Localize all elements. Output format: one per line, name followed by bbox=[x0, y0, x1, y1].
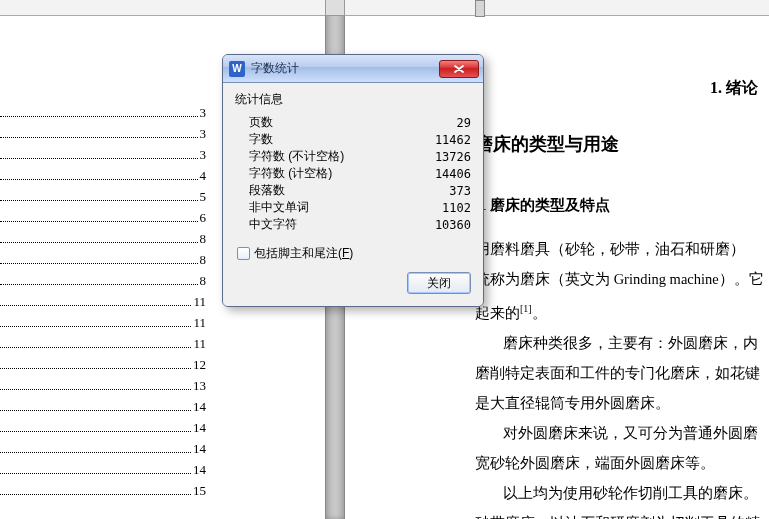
toc-dots bbox=[0, 137, 198, 138]
toc-page-number: 8 bbox=[198, 273, 209, 289]
toc-dots bbox=[0, 326, 191, 327]
checkbox-label: 包括脚主和尾注(F) bbox=[254, 245, 353, 262]
toc-page-number: 8 bbox=[198, 252, 209, 268]
document-content: 磨床的类型与用途 1 磨床的类型及特点 用磨料磨具（砂轮，砂带，油石和研磨） 统… bbox=[475, 62, 769, 519]
paragraph: 统称为磨床（英文为 Grinding machine）。它 bbox=[475, 267, 769, 291]
toc-dots bbox=[0, 410, 191, 411]
toc-line: 5 bbox=[0, 184, 208, 205]
toc-line: 11 bbox=[0, 310, 208, 331]
stat-label: 字符数 (计空格) bbox=[249, 165, 411, 182]
toc-line: 6 bbox=[0, 205, 208, 226]
stat-value: 373 bbox=[411, 184, 471, 198]
toc-line: 15 bbox=[0, 478, 208, 499]
stat-label: 字符数 (不计空格) bbox=[249, 148, 411, 165]
paragraph: 对外圆磨床来说，又可分为普通外圆磨 bbox=[475, 421, 769, 445]
toc-line: 14 bbox=[0, 436, 208, 457]
stat-value: 13726 bbox=[411, 150, 471, 164]
toc-page-number: 11 bbox=[191, 315, 208, 331]
toc-line: 13 bbox=[0, 373, 208, 394]
stat-value: 10360 bbox=[411, 218, 471, 232]
toc-dots bbox=[0, 158, 198, 159]
toc-page-number: 14 bbox=[191, 441, 208, 457]
ruler-left bbox=[0, 0, 325, 16]
dialog-buttons: 关闭 bbox=[235, 272, 471, 294]
app-icon: W bbox=[229, 61, 245, 77]
checkbox[interactable] bbox=[237, 247, 250, 260]
stat-row: 段落数373 bbox=[249, 182, 471, 199]
toc-dots bbox=[0, 263, 198, 264]
toc-page-number: 12 bbox=[191, 357, 208, 373]
stat-value: 11462 bbox=[411, 133, 471, 147]
stats-list: 页数29字数11462字符数 (不计空格)13726字符数 (计空格)14406… bbox=[235, 112, 471, 241]
toc-dots bbox=[0, 431, 191, 432]
toc-dots bbox=[0, 347, 191, 348]
include-footnotes-row[interactable]: 包括脚主和尾注(F) bbox=[237, 245, 471, 262]
toc-line: 14 bbox=[0, 415, 208, 436]
toc-line: 12 bbox=[0, 352, 208, 373]
toc-page-number: 4 bbox=[198, 168, 209, 184]
toc-page-number: 8 bbox=[198, 231, 209, 247]
toc-page-number: 5 bbox=[198, 189, 209, 205]
toc-line: 3 bbox=[0, 100, 208, 121]
stat-row: 字数11462 bbox=[249, 131, 471, 148]
toc-page-number: 3 bbox=[198, 126, 209, 142]
toc-dots bbox=[0, 116, 198, 117]
toc-list: 33345688811111112131414141415 bbox=[0, 100, 208, 499]
paragraph: 宽砂轮外圆磨床，端面外圆磨床等。 bbox=[475, 451, 769, 475]
text: 包括脚主和尾注( bbox=[254, 246, 342, 260]
toc-page-number: 14 bbox=[191, 420, 208, 436]
toc-dots bbox=[0, 305, 191, 306]
stat-value: 14406 bbox=[411, 167, 471, 181]
dialog-titlebar[interactable]: W 字数统计 bbox=[223, 55, 483, 83]
toc-line: 11 bbox=[0, 331, 208, 352]
text: 起来的 bbox=[475, 305, 520, 321]
stat-label: 段落数 bbox=[249, 182, 411, 199]
ruler-right bbox=[345, 0, 769, 16]
toc-line: 8 bbox=[0, 247, 208, 268]
stats-group-title: 统计信息 bbox=[235, 91, 471, 108]
stat-row: 字符数 (计空格)14406 bbox=[249, 165, 471, 182]
toc-dots bbox=[0, 284, 198, 285]
toc-page-number: 11 bbox=[191, 336, 208, 352]
dialog-body: 统计信息 页数29字数11462字符数 (不计空格)13726字符数 (计空格)… bbox=[223, 83, 483, 306]
toc-line: 8 bbox=[0, 268, 208, 289]
stat-value: 29 bbox=[411, 116, 471, 130]
stat-label: 中文字符 bbox=[249, 216, 411, 233]
stat-label: 字数 bbox=[249, 131, 411, 148]
text: 。 bbox=[532, 305, 547, 321]
paragraph: 以上均为使用砂轮作切削工具的磨床。 bbox=[475, 481, 769, 505]
toc-page-number: 3 bbox=[198, 147, 209, 163]
toc-page-number: 13 bbox=[191, 378, 208, 394]
toc-dots bbox=[0, 221, 198, 222]
toc-page-number: 11 bbox=[191, 294, 208, 310]
paragraph: 磨床种类很多，主要有：外圆磨床，内 bbox=[475, 331, 769, 355]
toc-dots bbox=[0, 242, 198, 243]
stat-row: 页数29 bbox=[249, 114, 471, 131]
toc-dots bbox=[0, 368, 191, 369]
toc-line: 8 bbox=[0, 226, 208, 247]
paragraph: 用磨料磨具（砂轮，砂带，油石和研磨） bbox=[475, 237, 769, 261]
close-button[interactable]: 关闭 bbox=[407, 272, 471, 294]
stat-row: 中文字符10360 bbox=[249, 216, 471, 233]
toc-dots bbox=[0, 179, 198, 180]
paragraph: 磨削特定表面和工件的专门化磨床，如花键 bbox=[475, 361, 769, 385]
heading-2: 1 磨床的类型及特点 bbox=[479, 196, 769, 215]
toc-dots bbox=[0, 200, 198, 201]
stat-label: 非中文单词 bbox=[249, 199, 411, 216]
ruler-gap bbox=[325, 0, 345, 16]
citation-ref: [1] bbox=[520, 303, 532, 314]
close-icon[interactable] bbox=[439, 60, 479, 78]
text: ) bbox=[349, 246, 353, 260]
toc-page-number: 14 bbox=[191, 462, 208, 478]
toc-page-number: 3 bbox=[198, 105, 209, 121]
toc-line: 11 bbox=[0, 289, 208, 310]
toc-line: 3 bbox=[0, 142, 208, 163]
paragraph: 起来的[1]。 bbox=[475, 297, 769, 325]
toc-dots bbox=[0, 389, 191, 390]
toc-page-number: 6 bbox=[198, 210, 209, 226]
paragraph: 砂带磨床，以油石和研磨剂为切削工具的精 bbox=[475, 511, 769, 519]
toc-line: 14 bbox=[0, 457, 208, 478]
stat-row: 字符数 (不计空格)13726 bbox=[249, 148, 471, 165]
toc-page-number: 15 bbox=[191, 483, 208, 499]
toc-dots bbox=[0, 452, 191, 453]
